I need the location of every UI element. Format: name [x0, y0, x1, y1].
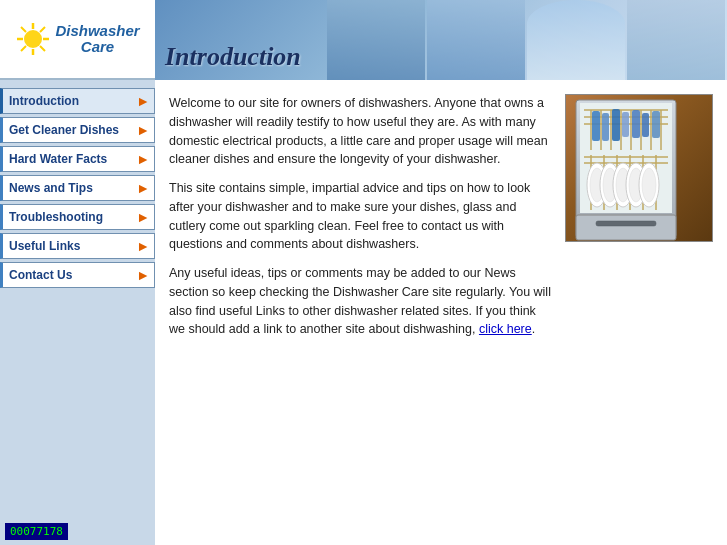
text-content: Welcome to our site for owners of dishwa… — [169, 94, 551, 537]
nav-item-introduction[interactable]: Introduction ► — [0, 88, 155, 114]
content-area: Welcome to our site for owners of dishwa… — [155, 80, 727, 545]
visitor-counter: 00077178 — [5, 523, 68, 540]
svg-rect-12 — [576, 215, 676, 240]
banner-photo-2 — [427, 0, 525, 80]
svg-rect-28 — [622, 112, 629, 137]
paragraph-3: Any useful ideas, tips or comments may b… — [169, 264, 551, 339]
svg-line-5 — [21, 27, 26, 32]
svg-rect-27 — [612, 109, 620, 141]
nav-arrow-icon: ► — [136, 238, 150, 254]
svg-rect-31 — [652, 111, 660, 138]
svg-line-8 — [21, 46, 26, 51]
paragraph-3-part2: . — [532, 322, 535, 336]
nav-item-troubleshooting[interactable]: Troubleshooting ► — [0, 204, 155, 230]
dishwasher-illustration — [566, 95, 713, 242]
banner-photo-4 — [627, 0, 725, 80]
main-content: Introduction Welcome to our site for own… — [155, 0, 727, 545]
banner-photos — [327, 0, 727, 80]
logo: Dishwasher Care — [15, 21, 139, 57]
page-title: Introduction — [165, 42, 301, 72]
nav-item-hard-water-facts[interactable]: Hard Water Facts ► — [0, 146, 155, 172]
logo-icon — [15, 21, 51, 57]
svg-rect-29 — [632, 110, 640, 138]
nav-arrow-icon: ► — [136, 267, 150, 283]
nav-item-useful-links[interactable]: Useful Links ► — [0, 233, 155, 259]
nav-arrow-icon: ► — [136, 122, 150, 138]
nav-item-news-and-tips[interactable]: News and Tips ► — [0, 175, 155, 201]
logo-area: Dishwasher Care — [0, 0, 155, 80]
nav-arrow-icon: ► — [136, 151, 150, 167]
nav-item-get-cleaner-dishes[interactable]: Get Cleaner Dishes ► — [0, 117, 155, 143]
nav-arrow-icon: ► — [136, 93, 150, 109]
header-banner: Introduction — [155, 0, 727, 80]
svg-rect-50 — [596, 221, 656, 226]
svg-point-0 — [24, 30, 42, 48]
svg-rect-26 — [602, 113, 609, 141]
logo-line1: Dishwasher — [55, 23, 139, 40]
svg-point-49 — [642, 168, 656, 202]
nav-arrow-icon: ► — [136, 180, 150, 196]
sidebar-nav: Introduction ► Get Cleaner Dishes ► Hard… — [0, 80, 155, 288]
nav-item-contact-us[interactable]: Contact Us ► — [0, 262, 155, 288]
svg-rect-25 — [592, 111, 600, 141]
banner-photo-3 — [527, 0, 625, 80]
sidebar: Dishwasher Care Introduction ► Get Clean… — [0, 0, 155, 545]
dishwasher-photo — [565, 94, 713, 242]
svg-line-7 — [40, 27, 45, 32]
logo-line2: Care — [55, 39, 139, 56]
banner-photo-1 — [327, 0, 425, 80]
click-here-link[interactable]: click here — [479, 322, 532, 336]
svg-line-6 — [40, 46, 45, 51]
nav-arrow-icon: ► — [136, 209, 150, 225]
svg-rect-30 — [642, 113, 649, 137]
paragraph-1: Welcome to our site for owners of dishwa… — [169, 94, 551, 169]
paragraph-2: This site contains simple, impartial adv… — [169, 179, 551, 254]
